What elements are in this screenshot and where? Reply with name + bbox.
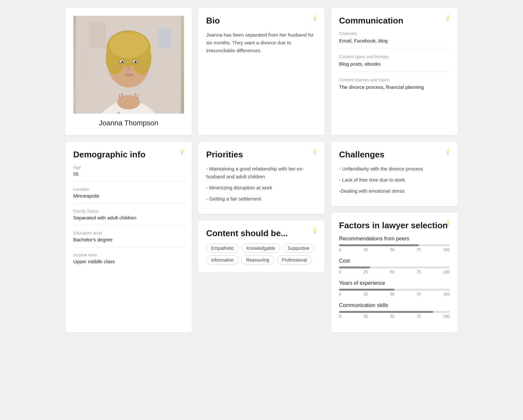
- challenges-title: Challenges: [339, 150, 450, 160]
- factors-title: Factors in lawyer selection: [339, 220, 450, 231]
- bar-label-tick: 100: [443, 270, 450, 274]
- demo-bulb-icon: [179, 148, 185, 155]
- demo-income-label: Income level: [73, 252, 184, 257]
- content-bulb-icon: [312, 227, 318, 234]
- bar-label-tick: 0: [339, 314, 341, 319]
- demo-age-section: Age 55: [73, 165, 184, 182]
- bar-label-tick: 75: [417, 314, 421, 319]
- priorities-title: Priorities: [206, 150, 317, 160]
- comm-formats-section: Content types and formats Blog posts, eb…: [339, 54, 450, 72]
- svg-point-15: [109, 32, 148, 58]
- factor-bar-labels-2: 0255075100: [339, 292, 450, 297]
- bar-label-tick: 50: [390, 292, 394, 297]
- factor-track-3: [339, 311, 450, 313]
- factor-track-0: [339, 244, 450, 246]
- comm-formats-value: Blog posts, ebooks: [339, 61, 450, 72]
- svg-point-21: [134, 61, 136, 63]
- factor-bar-labels-3: 0255075100: [339, 314, 450, 319]
- factor-fill-3: [339, 311, 433, 313]
- content-tag-2: Supportive: [283, 244, 314, 253]
- svg-point-23: [134, 65, 143, 70]
- content-tag-5: Professional: [277, 255, 312, 265]
- communication-card: Communication Channels Email, Facebook, …: [331, 8, 458, 135]
- demo-location-section: Location Minneapolis: [73, 187, 184, 203]
- demo-location-label: Location: [73, 187, 184, 192]
- demo-location-value: Minneapolis: [73, 193, 184, 203]
- priority-item-2: - Getting a fair settlement: [206, 195, 317, 203]
- priorities-card: Priorities - Maintaining a good relation…: [198, 142, 325, 214]
- demo-income-section: Income level Upper middle class: [73, 252, 184, 269]
- factor-section-3: Communication skills0255075100: [339, 302, 450, 319]
- profile-card: Joanna Thompson: [65, 8, 192, 135]
- bar-label-tick: 50: [390, 270, 394, 274]
- priority-item-1: - Minimizing disruption at work: [206, 184, 317, 192]
- comm-title: Communication: [339, 16, 450, 26]
- factor-fill-1: [339, 267, 370, 268]
- svg-point-22: [113, 65, 123, 70]
- priorities-body: - Maintaining a good relationship with h…: [206, 165, 317, 203]
- comm-bulb-icon: [445, 14, 451, 21]
- factor-fill-0: [339, 244, 419, 246]
- factors-container: Recommendations from peers0255075100Cost…: [339, 236, 450, 319]
- priority-item-0: - Maintaining a good relationship with h…: [206, 165, 317, 181]
- demo-age-label: Age: [73, 165, 184, 170]
- factor-track-1: [339, 267, 450, 268]
- factor-fill-2: [339, 289, 394, 291]
- challenges-bulb-icon: [445, 148, 451, 155]
- main-grid: Joanna Thompson Bio Joanna has been sepa…: [65, 8, 458, 332]
- demo-income-value: Upper middle class: [73, 259, 184, 269]
- comm-themes-value: The divorce process, financial planning: [339, 84, 450, 94]
- challenges-card: Challenges - Unfamiliarity with the divo…: [331, 142, 458, 206]
- svg-point-20: [121, 61, 123, 63]
- bar-label-tick: 100: [443, 314, 450, 319]
- comm-channels-section: Channels Email, Facebook, blog: [339, 31, 450, 48]
- demo-family-label: Family Status: [73, 209, 184, 214]
- bar-label-tick: 0: [339, 248, 341, 252]
- middle-bottom-col: Priorities - Maintaining a good relation…: [198, 142, 325, 332]
- factor-track-2: [339, 289, 450, 291]
- factor-bar-labels-1: 0255075100: [339, 270, 450, 274]
- bar-label-tick: 25: [363, 292, 368, 297]
- comm-themes-section: Content themes and topics The divorce pr…: [339, 77, 450, 94]
- demo-education-value: Bachelor's degree: [73, 237, 184, 247]
- svg-rect-29: [79, 48, 89, 81]
- bar-label-tick: 75: [417, 248, 421, 252]
- bar-label-tick: 25: [363, 270, 368, 274]
- factor-label-2: Years of experience: [339, 280, 450, 286]
- challenges-body: - Unfamiliarity with the divorce process…: [339, 165, 450, 195]
- right-bottom-col: Challenges - Unfamiliarity with the divo…: [331, 142, 458, 332]
- priorities-bulb-icon: [312, 148, 318, 155]
- comm-themes-label: Content themes and topics: [339, 77, 450, 82]
- svg-rect-27: [158, 29, 171, 48]
- bar-label-tick: 25: [363, 248, 368, 252]
- bar-label-tick: 100: [443, 248, 450, 252]
- bar-label-tick: 0: [339, 270, 341, 274]
- bio-text: Joanna has been separated from her husba…: [206, 31, 317, 55]
- svg-rect-28: [89, 22, 106, 48]
- demo-family-section: Family Status Separated with adult child…: [73, 209, 184, 225]
- content-card: Content should be... EmpatheticKnowledga…: [198, 220, 325, 272]
- comm-channels-label: Channels: [339, 31, 450, 36]
- demo-age-value: 55: [73, 171, 184, 182]
- factor-section-2: Years of experience0255075100: [339, 280, 450, 297]
- bar-label-tick: 25: [363, 314, 368, 319]
- factor-label-3: Communication skills: [339, 302, 450, 308]
- challenge-item-0: - Unfamiliarity with the divorce process: [339, 165, 450, 173]
- bar-label-tick: 75: [417, 292, 421, 297]
- content-tag-3: Informative: [206, 255, 239, 265]
- demo-title: Demographic info: [73, 150, 184, 160]
- bar-label-tick: 100: [443, 292, 450, 297]
- profile-photo: [73, 16, 184, 114]
- factor-section-1: Cost0255075100: [339, 258, 450, 274]
- factor-label-1: Cost: [339, 258, 450, 264]
- challenge-item-2: -Dealing with emotional stress: [339, 187, 450, 195]
- content-tags: EmpatheticKnowledgableSupportiveInformat…: [206, 244, 317, 265]
- comm-formats-label: Content types and formats: [339, 54, 450, 59]
- demo-family-value: Separated with adult children: [73, 215, 184, 225]
- demo-education-section: Education level Bachelor's degree: [73, 231, 184, 247]
- content-tag-1: Knowledgable: [242, 244, 280, 253]
- bio-bulb-icon: [312, 14, 318, 21]
- bio-card: Bio Joanna has been separated from her h…: [198, 8, 325, 135]
- factors-card: Factors in lawyer selection Recommendati…: [331, 213, 458, 332]
- factor-section-0: Recommendations from peers0255075100: [339, 236, 450, 252]
